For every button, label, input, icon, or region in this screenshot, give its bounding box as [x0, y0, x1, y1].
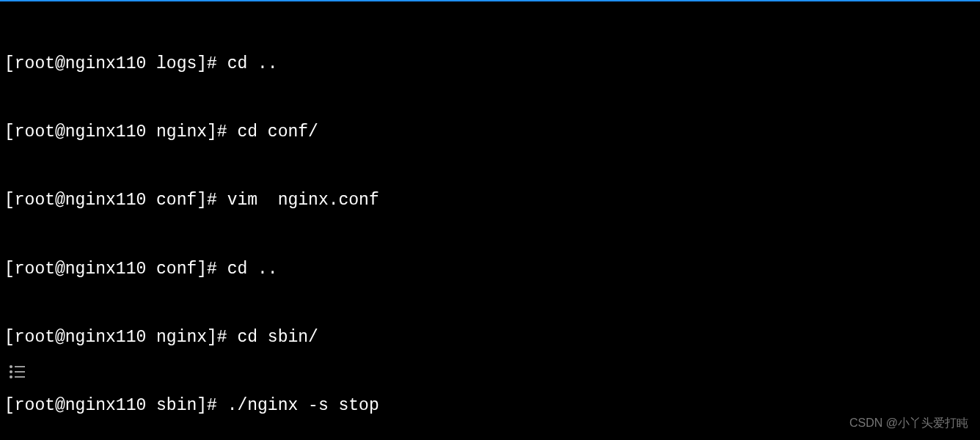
shell-prompt: [root@nginx110 sbin]#	[4, 396, 227, 415]
shell-command: cd ..	[227, 54, 278, 73]
terminal-line: [root@nginx110 logs]# cd ..	[4, 53, 976, 76]
terminal-line: [root@nginx110 conf]# vim nginx.conf	[4, 189, 976, 212]
shell-prompt: [root@nginx110 logs]#	[4, 54, 227, 73]
list-icon[interactable]	[9, 364, 26, 380]
terminal-line: [root@nginx110 nginx]# cd conf/	[4, 121, 976, 144]
shell-prompt: [root@nginx110 nginx]#	[4, 122, 237, 142]
shell-command: cd ..	[227, 260, 278, 279]
terminal-line: [root@nginx110 conf]# cd ..	[4, 258, 976, 281]
watermark-text: CSDN @小丫头爱打盹	[849, 416, 968, 431]
shell-prompt: [root@nginx110 nginx]#	[4, 328, 237, 347]
svg-point-2	[10, 371, 12, 373]
shell-command: vim nginx.conf	[227, 191, 379, 210]
terminal-line: [root@nginx110 nginx]# cd sbin/	[4, 326, 976, 349]
shell-command: cd sbin/	[237, 328, 318, 347]
terminal-output[interactable]: [root@nginx110 logs]# cd .. [root@nginx1…	[0, 1, 980, 440]
shell-command: ./nginx -s stop	[227, 396, 379, 415]
shell-prompt: [root@nginx110 conf]#	[4, 260, 227, 279]
svg-point-0	[10, 366, 12, 367]
terminal-line: [root@nginx110 sbin]# ./nginx -s stop	[4, 395, 976, 417]
svg-point-4	[10, 376, 12, 378]
shell-prompt: [root@nginx110 conf]#	[4, 191, 227, 210]
shell-command: cd conf/	[237, 122, 318, 142]
